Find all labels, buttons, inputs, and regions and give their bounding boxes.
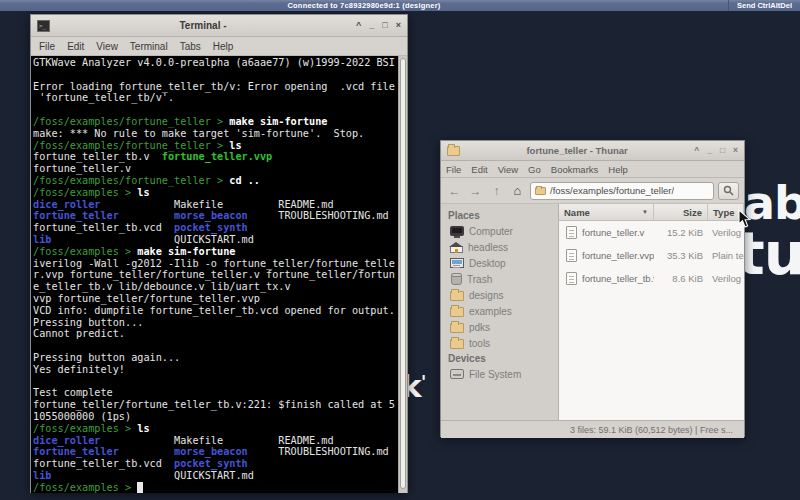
- terminal-window-title: Terminal -: [50, 20, 356, 31]
- thunar-titlebar[interactable]: fortune_teller - Thunar ^_□×: [441, 141, 744, 161]
- terminal-scrollbar[interactable]: [398, 56, 407, 493]
- sidebar-item-desktop[interactable]: Desktop: [441, 255, 558, 271]
- send-ctrl-alt-del-button[interactable]: Send CtrlAltDel: [728, 0, 800, 11]
- maximize-button[interactable]: □: [382, 21, 387, 30]
- terminal-line: /foss/examples >: [33, 482, 398, 493]
- terminal-line: Yes definitely!: [33, 364, 398, 376]
- wallpaper-text-fragment: ': [421, 372, 425, 392]
- thunar-menu-edit[interactable]: Edit: [466, 164, 492, 175]
- terminal-text: /foss/examples >: [33, 246, 137, 257]
- terminal-line: 'fortune_teller_tb/v'.: [33, 92, 398, 104]
- terminal-window: >_ Terminal - ^_□× FileEditViewTerminalT…: [30, 14, 408, 493]
- document-icon: [566, 249, 577, 262]
- terminal-line: vvp fortune_teller/fortune_teller.vvp: [33, 293, 398, 305]
- thunar-menubar: FileEditViewGoBookmarksHelp: [441, 161, 744, 178]
- terminal-line: VCD info: dumpfile fortune_teller_tb.vcd…: [33, 305, 398, 317]
- sidebar-item-tools[interactable]: tools: [441, 335, 558, 351]
- terminal-line: [33, 104, 398, 116]
- terminal-text: QUICKSTART.md: [51, 234, 253, 245]
- sidebar-item-label: examples: [469, 306, 512, 317]
- connection-bar: Connected to 7c8932980e9d:1 (designer) S…: [0, 0, 800, 11]
- terminal-text: [119, 446, 174, 457]
- sidebar-item-examples[interactable]: examples: [441, 303, 558, 319]
- search-button[interactable]: [718, 182, 739, 200]
- home-button[interactable]: ⌂: [509, 183, 526, 198]
- thunar-menu-help[interactable]: Help: [603, 164, 633, 175]
- terminal-text: /foss/examples >: [33, 482, 137, 493]
- drive-icon: [450, 369, 464, 379]
- terminal-line: fortune_teller_tb.v fortune_teller.vvp: [33, 151, 398, 163]
- forward-button[interactable]: →: [467, 184, 484, 198]
- places-header: Places: [441, 208, 558, 223]
- terminal-line: lib QUICKSTART.md: [33, 470, 398, 482]
- terminal-menu-view[interactable]: View: [90, 41, 124, 52]
- file-type: Verilog: [708, 273, 744, 284]
- terminal-output[interactable]: GTKWave Analyzer v4.0.0-prealpha (a6aae7…: [31, 56, 398, 493]
- close-button[interactable]: ×: [396, 21, 401, 30]
- file-row[interactable]: fortune_teller.vvp35.3 KiBPlain te: [559, 244, 744, 267]
- sidebar-device-file-system[interactable]: File System: [441, 366, 558, 382]
- file-size: 35.3 KiB: [654, 250, 708, 261]
- terminal-menu-edit[interactable]: Edit: [61, 41, 90, 52]
- shade-button[interactable]: ^: [694, 146, 699, 155]
- sidebar-item-label: pdks: [469, 322, 490, 333]
- terminal-text: lib: [33, 234, 51, 245]
- sidebar-item-label: tools: [469, 338, 490, 349]
- close-button[interactable]: ×: [733, 146, 738, 155]
- terminal-menu-help[interactable]: Help: [207, 41, 240, 52]
- sidebar-item-trash[interactable]: Trash: [441, 271, 558, 287]
- terminal-text: pocket_synth: [174, 222, 248, 233]
- terminal-text: Cannot predict.: [33, 328, 125, 339]
- terminal-line: iverilog -Wall -g2012 -Ilib -o fortune_t…: [33, 258, 398, 270]
- path-bar[interactable]: /foss/examples/fortune_teller/: [530, 182, 714, 200]
- terminal-menu-tabs[interactable]: Tabs: [174, 41, 207, 52]
- terminal-text: GTKWave Analyzer v4.0.0-prealpha (a6aae7…: [33, 57, 395, 68]
- terminal-text: Makefile README.md: [100, 435, 333, 446]
- terminal-text: r.vvp fortune_teller/fortune_teller.v fo…: [33, 269, 395, 280]
- thunar-menu-file[interactable]: File: [441, 164, 466, 175]
- column-header-size[interactable]: Size: [654, 204, 708, 220]
- sidebar-item-headless[interactable]: headless: [441, 239, 558, 255]
- terminal-text: cd ..: [229, 175, 260, 186]
- terminal-text: Yes definitely!: [33, 364, 125, 375]
- up-button[interactable]: ↑: [488, 184, 505, 198]
- sidebar-item-computer[interactable]: Computer: [441, 223, 558, 239]
- thunar-menu-bookmarks[interactable]: Bookmarks: [546, 164, 604, 175]
- sidebar-item-designs[interactable]: designs: [441, 287, 558, 303]
- file-list-pane: Name ▼ Size Type fortune_teller.v15.2 Ki…: [559, 204, 744, 420]
- thunar-menu-go[interactable]: Go: [523, 164, 546, 175]
- sidebar-item-pdks[interactable]: pdks: [441, 319, 558, 335]
- file-row[interactable]: fortune_teller.v15.2 KiBVerilog: [559, 221, 744, 244]
- terminal-line: /foss/examples/fortune_teller > ls: [33, 140, 398, 152]
- column-header-name[interactable]: Name ▼: [559, 204, 654, 220]
- terminal-text: TROUBLESHOOTING.md: [248, 446, 389, 457]
- terminal-text: fortune_teller_tb.vcd: [33, 222, 174, 233]
- terminal-scrollbar-thumb[interactable]: [400, 58, 406, 489]
- file-row[interactable]: fortune_teller_tb.v8.6 KiBVerilog: [559, 267, 744, 290]
- home-icon: [450, 246, 463, 253]
- terminal-menu-terminal[interactable]: Terminal: [124, 41, 174, 52]
- terminal-line: GTKWave Analyzer v4.0.0-prealpha (a6aae7…: [33, 57, 398, 69]
- thunar-window-title: fortune_teller - Thunar: [460, 145, 694, 156]
- terminal-menu-file[interactable]: File: [33, 41, 61, 52]
- maximize-button[interactable]: □: [720, 146, 725, 155]
- sort-descending-icon: ▼: [642, 209, 648, 215]
- thunar-menu-view[interactable]: View: [493, 164, 523, 175]
- shade-button[interactable]: ^: [356, 21, 361, 30]
- back-button[interactable]: ←: [446, 184, 463, 198]
- minimize-button[interactable]: _: [369, 21, 374, 30]
- minimize-button[interactable]: _: [707, 146, 712, 155]
- terminal-titlebar[interactable]: >_ Terminal - ^_□×: [31, 15, 407, 37]
- file-name: fortune_teller_tb.v: [582, 273, 654, 284]
- terminal-line: /foss/examples > make sim-fortune: [33, 246, 398, 258]
- terminal-text: ls: [229, 140, 241, 151]
- terminal-text: /foss/examples/fortune_teller >: [33, 116, 229, 127]
- terminal-line: Test complete: [33, 387, 398, 399]
- file-size: 8.6 KiB: [654, 273, 708, 284]
- terminal-text: Error loading fortune_teller_tb/v: Error…: [33, 81, 395, 92]
- terminal-line: [33, 69, 398, 81]
- terminal-line: dice_roller Makefile README.md: [33, 199, 398, 211]
- terminal-text: TROUBLESHOOTING.md: [248, 210, 389, 221]
- folder-icon: [450, 323, 464, 333]
- terminal-line: r.vvp fortune_teller/fortune_teller.v fo…: [33, 269, 398, 281]
